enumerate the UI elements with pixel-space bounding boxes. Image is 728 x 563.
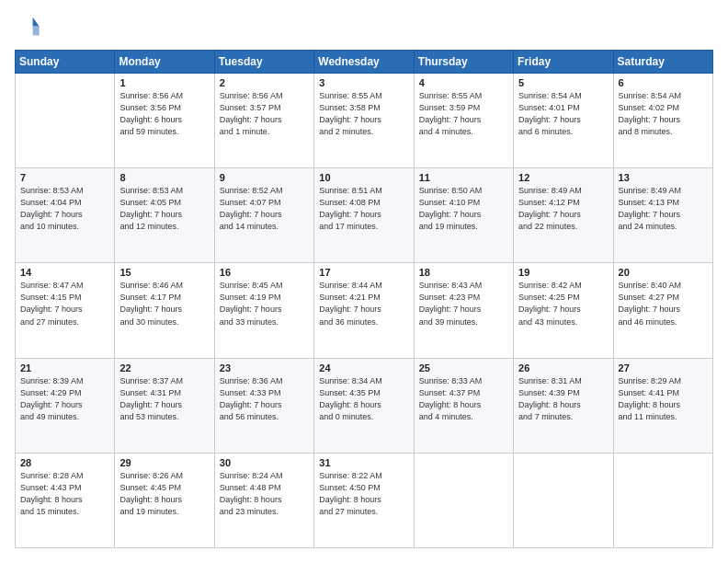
day-info: Sunrise: 8:26 AM Sunset: 4:45 PM Dayligh… (119, 470, 209, 518)
day-number: 27 (619, 362, 708, 373)
weekday-tuesday: Tuesday (214, 51, 313, 74)
calendar-table: SundayMondayTuesdayWednesdayThursdayFrid… (15, 50, 713, 548)
day-cell: 14Sunrise: 8:47 AM Sunset: 4:15 PM Dayli… (16, 263, 115, 358)
day-info: Sunrise: 8:24 AM Sunset: 4:48 PM Dayligh… (220, 470, 309, 518)
day-info: Sunrise: 8:53 AM Sunset: 4:05 PM Dayligh… (119, 185, 209, 233)
day-info: Sunrise: 8:49 AM Sunset: 4:12 PM Dayligh… (518, 185, 608, 233)
day-cell: 25Sunrise: 8:33 AM Sunset: 4:37 PM Dayli… (414, 358, 513, 453)
day-number: 21 (20, 362, 109, 373)
day-cell: 20Sunrise: 8:40 AM Sunset: 4:27 PM Dayli… (613, 263, 712, 358)
day-number: 24 (319, 362, 408, 373)
day-number: 28 (20, 457, 109, 468)
day-info: Sunrise: 8:51 AM Sunset: 4:08 PM Dayligh… (319, 185, 408, 233)
day-cell: 11Sunrise: 8:50 AM Sunset: 4:10 PM Dayli… (414, 168, 513, 263)
day-cell: 16Sunrise: 8:45 AM Sunset: 4:19 PM Dayli… (214, 263, 313, 358)
day-cell: 4Sunrise: 8:55 AM Sunset: 3:59 PM Daylig… (414, 74, 513, 168)
day-cell: 31Sunrise: 8:22 AM Sunset: 4:50 PM Dayli… (314, 453, 414, 547)
day-cell (414, 453, 513, 547)
logo-icon (15, 15, 40, 40)
day-number: 4 (419, 77, 508, 88)
weekday-thursday: Thursday (414, 51, 513, 74)
day-info: Sunrise: 8:50 AM Sunset: 4:10 PM Dayligh… (419, 185, 508, 233)
day-info: Sunrise: 8:45 AM Sunset: 4:19 PM Dayligh… (220, 280, 309, 327)
day-number: 26 (518, 362, 608, 373)
day-number: 10 (319, 172, 408, 183)
svg-marker-1 (33, 27, 40, 36)
week-row-4: 21Sunrise: 8:39 AM Sunset: 4:29 PM Dayli… (16, 358, 713, 453)
day-number: 30 (220, 457, 309, 468)
logo (15, 15, 42, 40)
day-number: 31 (319, 457, 408, 468)
day-number: 15 (119, 267, 209, 278)
day-number: 20 (619, 267, 708, 278)
day-info: Sunrise: 8:31 AM Sunset: 4:39 PM Dayligh… (518, 375, 608, 423)
day-cell: 27Sunrise: 8:29 AM Sunset: 4:41 PM Dayli… (613, 358, 712, 453)
day-info: Sunrise: 8:37 AM Sunset: 4:31 PM Dayligh… (119, 375, 209, 423)
day-info: Sunrise: 8:56 AM Sunset: 3:56 PM Dayligh… (119, 90, 209, 138)
week-row-5: 28Sunrise: 8:28 AM Sunset: 4:43 PM Dayli… (16, 453, 713, 547)
day-info: Sunrise: 8:54 AM Sunset: 4:01 PM Dayligh… (518, 90, 608, 138)
day-cell: 26Sunrise: 8:31 AM Sunset: 4:39 PM Dayli… (514, 358, 613, 453)
svg-marker-0 (33, 17, 40, 27)
day-cell: 13Sunrise: 8:49 AM Sunset: 4:13 PM Dayli… (613, 168, 712, 263)
day-cell: 8Sunrise: 8:53 AM Sunset: 4:05 PM Daylig… (115, 168, 214, 263)
day-info: Sunrise: 8:56 AM Sunset: 3:57 PM Dayligh… (220, 90, 309, 138)
day-number: 6 (619, 77, 708, 88)
day-cell: 23Sunrise: 8:36 AM Sunset: 4:33 PM Dayli… (214, 358, 313, 453)
day-info: Sunrise: 8:52 AM Sunset: 4:07 PM Dayligh… (220, 185, 309, 233)
day-cell: 2Sunrise: 8:56 AM Sunset: 3:57 PM Daylig… (214, 74, 313, 168)
day-number: 18 (419, 267, 508, 278)
day-cell: 10Sunrise: 8:51 AM Sunset: 4:08 PM Dayli… (314, 168, 414, 263)
day-info: Sunrise: 8:39 AM Sunset: 4:29 PM Dayligh… (20, 375, 109, 423)
page: SundayMondayTuesdayWednesdayThursdayFrid… (0, 0, 728, 563)
day-cell: 18Sunrise: 8:43 AM Sunset: 4:23 PM Dayli… (414, 263, 513, 358)
day-number: 16 (220, 267, 309, 278)
day-info: Sunrise: 8:29 AM Sunset: 4:41 PM Dayligh… (619, 375, 708, 423)
day-number: 8 (119, 172, 209, 183)
day-info: Sunrise: 8:34 AM Sunset: 4:35 PM Dayligh… (319, 375, 408, 423)
day-number: 12 (518, 172, 608, 183)
day-cell: 30Sunrise: 8:24 AM Sunset: 4:48 PM Dayli… (214, 453, 313, 547)
day-info: Sunrise: 8:36 AM Sunset: 4:33 PM Dayligh… (220, 375, 309, 423)
day-number: 13 (619, 172, 708, 183)
weekday-friday: Friday (514, 51, 613, 74)
day-number: 3 (319, 77, 408, 88)
weekday-sunday: Sunday (16, 51, 115, 74)
day-info: Sunrise: 8:54 AM Sunset: 4:02 PM Dayligh… (619, 90, 708, 138)
day-number: 5 (518, 77, 608, 88)
day-cell: 1Sunrise: 8:56 AM Sunset: 3:56 PM Daylig… (115, 74, 214, 168)
weekday-saturday: Saturday (613, 51, 712, 74)
day-number: 11 (419, 172, 508, 183)
day-info: Sunrise: 8:28 AM Sunset: 4:43 PM Dayligh… (20, 470, 109, 518)
day-cell: 15Sunrise: 8:46 AM Sunset: 4:17 PM Dayli… (115, 263, 214, 358)
day-info: Sunrise: 8:42 AM Sunset: 4:25 PM Dayligh… (518, 280, 608, 327)
day-info: Sunrise: 8:55 AM Sunset: 3:58 PM Dayligh… (319, 90, 408, 138)
day-cell: 7Sunrise: 8:53 AM Sunset: 4:04 PM Daylig… (16, 168, 115, 263)
day-info: Sunrise: 8:49 AM Sunset: 4:13 PM Dayligh… (619, 185, 708, 233)
day-cell (16, 74, 115, 168)
day-info: Sunrise: 8:22 AM Sunset: 4:50 PM Dayligh… (319, 470, 408, 518)
day-cell (514, 453, 613, 547)
day-cell: 17Sunrise: 8:44 AM Sunset: 4:21 PM Dayli… (314, 263, 414, 358)
day-number: 9 (220, 172, 309, 183)
day-cell: 5Sunrise: 8:54 AM Sunset: 4:01 PM Daylig… (514, 74, 613, 168)
day-number: 23 (220, 362, 309, 373)
day-cell: 22Sunrise: 8:37 AM Sunset: 4:31 PM Dayli… (115, 358, 214, 453)
day-number: 29 (119, 457, 209, 468)
day-cell: 6Sunrise: 8:54 AM Sunset: 4:02 PM Daylig… (613, 74, 712, 168)
day-cell: 9Sunrise: 8:52 AM Sunset: 4:07 PM Daylig… (214, 168, 313, 263)
day-info: Sunrise: 8:53 AM Sunset: 4:04 PM Dayligh… (20, 185, 109, 233)
day-cell: 24Sunrise: 8:34 AM Sunset: 4:35 PM Dayli… (314, 358, 414, 453)
day-cell: 19Sunrise: 8:42 AM Sunset: 4:25 PM Dayli… (514, 263, 613, 358)
day-cell: 29Sunrise: 8:26 AM Sunset: 4:45 PM Dayli… (115, 453, 214, 547)
day-number: 19 (518, 267, 608, 278)
day-info: Sunrise: 8:43 AM Sunset: 4:23 PM Dayligh… (419, 280, 508, 327)
day-info: Sunrise: 8:33 AM Sunset: 4:37 PM Dayligh… (419, 375, 508, 423)
weekday-monday: Monday (115, 51, 214, 74)
day-info: Sunrise: 8:40 AM Sunset: 4:27 PM Dayligh… (619, 280, 708, 327)
day-number: 14 (20, 267, 109, 278)
week-row-2: 7Sunrise: 8:53 AM Sunset: 4:04 PM Daylig… (16, 168, 713, 263)
day-number: 1 (119, 77, 209, 88)
day-info: Sunrise: 8:44 AM Sunset: 4:21 PM Dayligh… (319, 280, 408, 327)
day-cell: 28Sunrise: 8:28 AM Sunset: 4:43 PM Dayli… (16, 453, 115, 547)
